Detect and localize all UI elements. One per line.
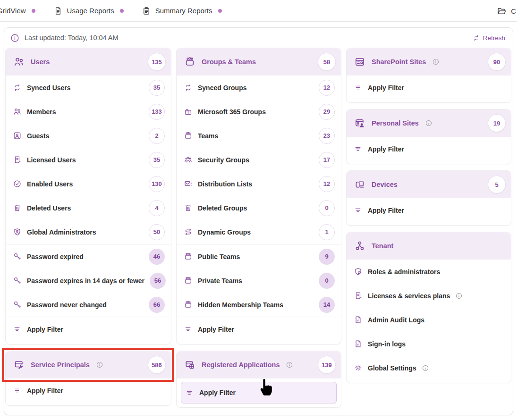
card-title: Personal Sites <box>372 119 419 127</box>
service-principal-icon <box>13 359 25 370</box>
document-icon <box>53 6 63 16</box>
card-header-groups-teams[interactable]: Groups & Teams58 <box>177 48 341 76</box>
item-label: Apply Filter <box>27 387 63 395</box>
card-title: Devices <box>372 181 398 188</box>
column-right: SharePoint Sites90Apply FilterPersonal S… <box>346 48 511 408</box>
card-header-service-principals[interactable]: Service Principals586 <box>6 351 171 378</box>
topbar-right-action[interactable]: C <box>497 0 517 22</box>
count-badge: 17 <box>319 152 335 168</box>
card-title: Tenant <box>372 242 393 250</box>
count-badge: 90 <box>488 53 506 71</box>
card-item-dynamic-groups[interactable]: Dynamic Groups1 <box>177 220 341 244</box>
apply-filter-button[interactable]: Apply Filter <box>347 137 511 161</box>
item-label: Password never changed <box>27 301 107 309</box>
security-group-icon <box>184 155 193 164</box>
count-badge: 1 <box>319 224 335 240</box>
card-item-private-teams[interactable]: Private Teams0 <box>177 269 341 293</box>
apply-filter-button[interactable]: Apply Filter <box>347 76 511 100</box>
count-badge: 56 <box>150 273 166 289</box>
card-item-members[interactable]: Members133 <box>6 100 171 124</box>
apply-filter-button[interactable]: Apply Filter <box>6 378 171 403</box>
card-header-sharepoint-sites[interactable]: SharePoint Sites90 <box>347 48 511 76</box>
status-bar: Last updated: Today, 10:04 AM Refresh <box>4 28 513 48</box>
tab-label: GridView <box>0 7 26 15</box>
count-badge: 135 <box>148 53 166 71</box>
apply-filter-button[interactable]: Apply Filter <box>347 198 511 222</box>
signin-log-icon <box>354 339 363 348</box>
column-left: Users135Synced Users35Members133Guests2L… <box>5 48 171 408</box>
card-item-synced-groups[interactable]: Synced Groups12 <box>177 76 341 100</box>
info-icon <box>286 361 293 369</box>
card-item-global-settings[interactable]: Global Settings <box>347 356 511 380</box>
card-item-global-administrators[interactable]: Global Administrators50 <box>6 220 171 244</box>
card-groups-teams: Groups & Teams58Synced Groups12Microsoft… <box>176 48 341 344</box>
card-item-public-teams[interactable]: Public Teams9 <box>177 244 341 269</box>
tab-summary-reports[interactable]: Summary Reports <box>142 6 222 16</box>
count-badge: 9 <box>319 249 335 265</box>
tab-usage-reports[interactable]: Usage Reports <box>53 6 124 16</box>
refresh-label: Refresh <box>483 34 505 42</box>
apply-filter-button[interactable]: Apply Filter <box>181 382 337 403</box>
users-icon <box>13 56 25 67</box>
info-icon <box>432 58 440 66</box>
count-badge: 586 <box>148 356 166 374</box>
count-badge: 66 <box>149 297 165 313</box>
card-item-enabled-users[interactable]: Enabled Users130 <box>6 172 171 196</box>
tab-gridview[interactable]: GridView <box>0 7 35 15</box>
item-label: Enabled Users <box>27 180 73 188</box>
card-item-admin-audit-logs[interactable]: Admin Audit Logs <box>347 308 511 332</box>
card-header-devices[interactable]: Devices5 <box>347 171 511 198</box>
card-item-synced-users[interactable]: Synced Users35 <box>6 76 171 100</box>
card-item-security-groups[interactable]: Security Groups17 <box>177 148 341 172</box>
card-grid: Users135Synced Users35Members133Guests2L… <box>4 48 513 413</box>
refresh-button[interactable]: Refresh <box>473 34 505 42</box>
card-item-teams[interactable]: Teams23 <box>177 124 341 148</box>
count-badge: 139 <box>318 356 336 374</box>
card-devices: Devices5Apply Filter <box>346 170 511 226</box>
card-item-deleted-users[interactable]: Deleted Users4 <box>6 196 171 220</box>
apply-filter-button[interactable]: Apply Filter <box>6 317 171 341</box>
card-item-licensed-users[interactable]: Licensed Users35 <box>6 148 171 172</box>
count-badge: 0 <box>319 200 335 216</box>
count-badge: 133 <box>149 104 165 120</box>
roles-icon <box>354 267 363 276</box>
card-item-deleted-groups[interactable]: Deleted Groups0 <box>177 196 341 220</box>
tab-label: Summary Reports <box>155 7 212 15</box>
card-header-personal-sites[interactable]: Personal Sites19 <box>347 109 511 137</box>
count-badge: 4 <box>149 200 165 216</box>
item-label: Apply Filter <box>27 326 63 333</box>
refresh-icon <box>473 34 480 42</box>
count-badge: 14 <box>319 297 335 313</box>
mail-list-icon <box>184 179 193 188</box>
card-item-sign-in-logs[interactable]: Sign-in logs <box>347 332 511 356</box>
filter-icon <box>354 206 363 215</box>
card-header-users[interactable]: Users135 <box>6 48 171 76</box>
item-label: Security Groups <box>198 156 249 164</box>
card-item-distribution-lists[interactable]: Distribution Lists12 <box>177 172 341 196</box>
registered-app-icon <box>184 359 195 370</box>
info-icon <box>422 364 429 372</box>
card-header-tenant[interactable]: Tenant <box>347 232 511 260</box>
card-users: Users135Synced Users35Members133Guests2L… <box>5 48 171 344</box>
dashboard-panel: Last updated: Today, 10:04 AM Refresh Us… <box>4 27 513 415</box>
card-item-roles-administrators[interactable]: Roles & administrators <box>347 260 511 284</box>
count-badge: 58 <box>318 53 336 71</box>
card-item-password-never-changed[interactable]: Password never changed66 <box>6 293 171 317</box>
card-item-hidden-membership-teams[interactable]: Hidden Membership Teams14 <box>177 293 341 317</box>
card-item-licenses-services-plans[interactable]: Licenses & services plans <box>347 284 511 308</box>
item-label: Apply Filter <box>198 326 234 333</box>
info-icon <box>425 119 432 127</box>
card-item-password-expires-in-14-days-or-fewer[interactable]: Password expires in 14 days or fewer56 <box>6 269 171 293</box>
guest-icon <box>13 131 22 140</box>
apply-filter-button[interactable]: Apply Filter <box>177 317 341 341</box>
item-label: Apply Filter <box>199 389 236 396</box>
tab-list: GridViewUsage ReportsSummary Reports <box>0 6 240 16</box>
card-header-registered-applications[interactable]: Registered Applications139 <box>177 351 341 378</box>
item-label: Global Administrators <box>27 228 96 236</box>
card-title: SharePoint Sites <box>372 58 426 66</box>
card-item-guests[interactable]: Guests2 <box>6 124 171 148</box>
card-item-microsoft-365-groups[interactable]: Microsoft 365 Groups29 <box>177 100 341 124</box>
item-label: Global Settings <box>368 364 416 372</box>
item-label: Hidden Membership Teams <box>198 301 283 309</box>
card-item-password-expired[interactable]: Password expired46 <box>6 244 171 269</box>
